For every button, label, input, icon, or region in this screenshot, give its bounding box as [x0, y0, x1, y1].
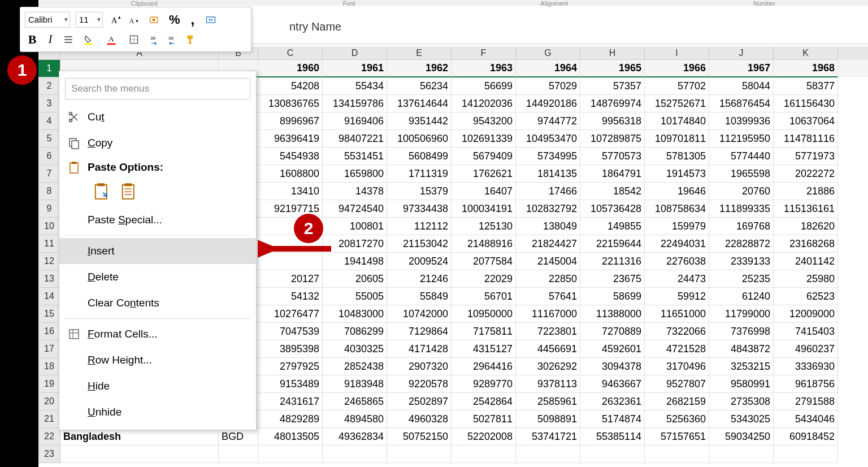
- row-header[interactable]: 19: [38, 375, 60, 393]
- cell[interactable]: 20605: [323, 270, 387, 288]
- row-header[interactable]: 6: [38, 148, 60, 165]
- cell[interactable]: 5343025: [709, 410, 774, 428]
- cell[interactable]: 2585961: [516, 393, 580, 410]
- cell[interactable]: 14378: [323, 183, 387, 200]
- cell[interactable]: 100034191: [452, 200, 516, 218]
- row-header[interactable]: 12: [38, 253, 60, 270]
- cell[interactable]: 23168268: [774, 235, 838, 253]
- row-header[interactable]: 20: [38, 393, 60, 410]
- cell[interactable]: 55385114: [580, 428, 645, 446]
- align-button[interactable]: [61, 32, 76, 47]
- col-header-E[interactable]: E: [387, 46, 452, 60]
- cell[interactable]: 2465865: [323, 393, 387, 410]
- cell[interactable]: 5608499: [387, 148, 452, 165]
- cell[interactable]: 11388000: [580, 305, 645, 323]
- cell[interactable]: 60918452: [774, 428, 838, 446]
- cell[interactable]: 9153489: [258, 375, 323, 393]
- merge-center-button[interactable]: [203, 12, 218, 28]
- cell[interactable]: 94724540: [323, 200, 387, 218]
- font-size-input[interactable]: [76, 12, 103, 28]
- cell[interactable]: 109701811: [645, 130, 709, 148]
- row-header[interactable]: 22: [38, 428, 60, 446]
- cell[interactable]: 21153042: [387, 235, 452, 253]
- cell[interactable]: 11651000: [645, 305, 709, 323]
- paste-option-values[interactable]: [120, 183, 137, 203]
- cell[interactable]: 5454938: [258, 148, 323, 165]
- cell[interactable]: 7129864: [387, 323, 452, 340]
- cell[interactable]: [323, 446, 387, 463]
- col-header-C[interactable]: C: [258, 46, 323, 60]
- cell[interactable]: [219, 446, 258, 463]
- cell[interactable]: 57702: [645, 77, 709, 95]
- decrease-font-size-button[interactable]: A▼: [127, 12, 141, 28]
- cell[interactable]: 4829289: [258, 410, 323, 428]
- col-header-D[interactable]: D: [323, 46, 387, 60]
- cell[interactable]: 9220578: [387, 375, 452, 393]
- cell[interactable]: 9378113: [516, 375, 580, 393]
- cell[interactable]: 2964416: [452, 358, 516, 375]
- cell[interactable]: [452, 446, 516, 463]
- cell[interactable]: 1968: [774, 60, 838, 77]
- cell[interactable]: 2431617: [258, 393, 323, 410]
- cell[interactable]: 22828872: [709, 235, 774, 253]
- cell[interactable]: 62523: [774, 288, 838, 305]
- cell[interactable]: 138049: [516, 218, 580, 235]
- cell[interactable]: 2077584: [452, 253, 516, 270]
- cell[interactable]: 57641: [516, 288, 580, 305]
- row-header[interactable]: 8: [38, 183, 60, 200]
- row-header[interactable]: 18: [38, 358, 60, 375]
- cell[interactable]: 3336930: [774, 358, 838, 375]
- cell[interactable]: 134159786: [323, 95, 387, 113]
- col-header-H[interactable]: H: [580, 46, 645, 60]
- cell[interactable]: 97334438: [387, 200, 452, 218]
- cell[interactable]: 22029: [452, 270, 516, 288]
- cell[interactable]: [580, 446, 645, 463]
- cell[interactable]: 20127: [258, 270, 323, 288]
- cell[interactable]: 2907320: [387, 358, 452, 375]
- menu-item-delete[interactable]: Delete: [59, 264, 256, 290]
- row-header[interactable]: 11: [38, 235, 60, 253]
- formula-bar-value[interactable]: ntry Name: [289, 20, 341, 33]
- cell[interactable]: 5174874: [580, 410, 645, 428]
- cell[interactable]: 2401142: [774, 253, 838, 270]
- bold-button[interactable]: B: [25, 32, 40, 47]
- cell[interactable]: 22850: [516, 270, 580, 288]
- row-header[interactable]: 4: [38, 113, 60, 130]
- cell[interactable]: 159979: [645, 218, 709, 235]
- cell[interactable]: 9463667: [580, 375, 645, 393]
- cell[interactable]: 1964: [516, 60, 580, 77]
- cell[interactable]: 1965598: [709, 165, 774, 183]
- row-header[interactable]: 7: [38, 165, 60, 183]
- cell[interactable]: 10483000: [323, 305, 387, 323]
- cell[interactable]: 2339133: [709, 253, 774, 270]
- cell[interactable]: 96396419: [258, 130, 323, 148]
- cell[interactable]: 5531451: [323, 148, 387, 165]
- cell[interactable]: 3895398: [258, 340, 323, 358]
- cell[interactable]: 7415403: [774, 323, 838, 340]
- cell[interactable]: 137614644: [387, 95, 452, 113]
- cell[interactable]: 56699: [452, 77, 516, 95]
- row-header[interactable]: 13: [38, 270, 60, 288]
- cell[interactable]: 9618756: [774, 375, 838, 393]
- cell[interactable]: 25235: [709, 270, 774, 288]
- cell[interactable]: 7175811: [452, 323, 516, 340]
- cell[interactable]: 17466: [516, 183, 580, 200]
- cell[interactable]: 5771973: [774, 148, 838, 165]
- cell[interactable]: 57357: [580, 77, 645, 95]
- cell[interactable]: 10950000: [452, 305, 516, 323]
- cell[interactable]: [709, 446, 774, 463]
- cell[interactable]: 10276477: [258, 305, 323, 323]
- cell[interactable]: 21488916: [452, 235, 516, 253]
- cell[interactable]: 9527807: [645, 375, 709, 393]
- cell[interactable]: 12009000: [774, 305, 838, 323]
- row-header[interactable]: 5: [38, 130, 60, 148]
- cell[interactable]: 115136161: [774, 200, 838, 218]
- row-header[interactable]: 14: [38, 288, 60, 305]
- cell[interactable]: 144920186: [516, 95, 580, 113]
- menu-item-cut[interactable]: Cut: [59, 104, 256, 130]
- cell[interactable]: 9580991: [709, 375, 774, 393]
- cell[interactable]: 5781305: [645, 148, 709, 165]
- cell[interactable]: 23675: [580, 270, 645, 288]
- row-header[interactable]: 23: [38, 446, 60, 463]
- cell[interactable]: 5027811: [452, 410, 516, 428]
